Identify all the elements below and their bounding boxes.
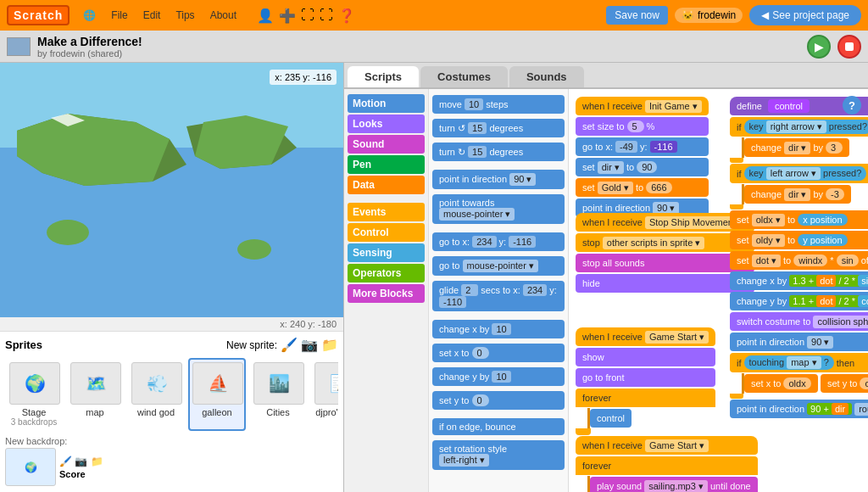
block-if-touching[interactable]: if touching map ? then [730, 353, 868, 372]
block-point-final[interactable]: point in direction 90 + dir round dir [730, 400, 868, 418]
block-rotation[interactable]: set rotation style left-right [432, 440, 565, 470]
block-switch-costume[interactable]: switch costume to collision sphere [730, 312, 868, 331]
stage-canvas[interactable]: ⛵ x: 235 y: -116 [0, 63, 343, 317]
block-goto[interactable]: go to mouse-pointer [432, 256, 565, 276]
tab-costumes[interactable]: Costumes [420, 66, 508, 87]
block-set-size[interactable]: set size to 5 % [576, 117, 709, 136]
new-sprite-area: New sprite: 🖌️ 📷 📁 [226, 337, 338, 353]
menu-file[interactable]: 🌐 [76, 6, 103, 25]
cat-events[interactable]: Events [348, 203, 425, 221]
sprite-item-djpro[interactable]: 📝 djpro's Te... [310, 358, 338, 431]
block-change-x[interactable]: change x by 10 [432, 320, 565, 338]
block-change-dir-left[interactable]: change dir by -3 [744, 185, 851, 204]
script-group-stop: when I receive Stop Ship Movement stop o… [576, 212, 754, 294]
menu-tips[interactable]: Tips [169, 6, 201, 25]
sprite-item-stage[interactable]: 🌍 Stage 3 backdrops [5, 358, 63, 431]
project-title: Make a Difference! [37, 35, 142, 48]
new-backdrop-section: New backdrop: 🌍 🖌️ 📷 📁 Score [5, 436, 338, 486]
block-set-x-oldx[interactable]: set x to oldx [744, 374, 818, 393]
block-goto-front[interactable]: go to front [576, 368, 715, 387]
block-play-sound[interactable]: play sound sailing.mp3 until done [590, 477, 758, 492]
green-flag-button[interactable]: ▶ [807, 35, 831, 59]
see-project-button[interactable]: ◀ See project page [749, 5, 861, 25]
tab-sounds[interactable]: Sounds [509, 66, 584, 87]
block-stop-scripts[interactable]: stop other scripts in sprite [576, 233, 754, 252]
fullscreen2-icon: ⛶ [320, 8, 333, 23]
sprite-thumb-djpro: 📝 [314, 362, 338, 405]
stop-button[interactable] [837, 35, 861, 59]
block-show[interactable]: show [576, 348, 715, 366]
new-sprite-draw-icon[interactable]: 🖌️ [281, 337, 298, 353]
scratch-logo[interactable]: Scratch [7, 5, 70, 25]
block-change-x-dot[interactable]: change x by 1.3 + dot / 2 * sin ... [730, 271, 868, 290]
block-set-y[interactable]: set y to 0 [432, 391, 565, 410]
sprite-thumb-galleon: ⛵ [192, 362, 243, 405]
backdrop-thumb[interactable]: 🌍 [5, 448, 56, 486]
block-set-oldx[interactable]: set oldx to x position [730, 210, 868, 229]
block-goto-xy[interactable]: go to x: 234 y: -116 [432, 232, 565, 251]
sprite-item-cities[interactable]: 🏙️ Cities [249, 358, 307, 431]
block-glide[interactable]: glide 2 secs to x: 234 y: -110 [432, 281, 565, 311]
block-change-y[interactable]: change y by 10 [432, 367, 565, 386]
sprite-item-windgod[interactable]: 💨 wind god [127, 358, 185, 431]
user-info[interactable]: 🐱 frodewin [675, 8, 743, 23]
block-set-x[interactable]: set x to 0 [432, 344, 565, 362]
sprite-item-map[interactable]: 🗺️ map [66, 358, 124, 431]
add-icon: ➕ [279, 8, 296, 24]
sprite-item-galleon[interactable]: ⛵ galleon [188, 358, 246, 431]
block-when-init[interactable]: when I receive Init Game [576, 97, 709, 115]
block-turn-right[interactable]: turn ↻ 15 degrees [432, 143, 565, 161]
block-point-dir-90[interactable]: point in direction 90 [730, 333, 868, 351]
scripting-area[interactable]: when I receive Init Game set size to 5 %… [569, 89, 868, 492]
script-group-gamestart1: when I receive Game Start show go to fro… [576, 327, 715, 435]
blocks-area: Motion Looks Sound Pen Data Events Contr… [344, 89, 868, 492]
block-move[interactable]: move 10 steps [432, 95, 565, 114]
editor-panel: Scripts Costumes Sounds Motion Looks Sou… [344, 63, 868, 492]
block-set-gold[interactable]: set Gold to 666 [576, 178, 709, 197]
save-now-button[interactable]: Save now [606, 6, 668, 25]
tab-scripts[interactable]: Scripts [348, 66, 419, 87]
block-when-gamestart1[interactable]: when I receive Game Start [576, 327, 715, 346]
new-sprite-label: New sprite: [226, 339, 277, 351]
menu-file-label[interactable]: File [104, 6, 134, 25]
block-set-dot[interactable]: set dot to windx * sin of dir + [730, 251, 868, 270]
cat-control[interactable]: Control [348, 223, 425, 242]
block-set-dir[interactable]: set dir to 90 [576, 158, 709, 176]
block-turn-left[interactable]: turn ↺ 15 degrees [432, 119, 565, 137]
cat-motion[interactable]: Motion [348, 94, 425, 113]
block-point-towards[interactable]: point towards mouse-pointer [432, 194, 565, 224]
cat-more[interactable]: More Blocks [348, 284, 425, 303]
sprite-name-windgod: wind god [131, 407, 181, 417]
menu-edit[interactable]: Edit [136, 6, 168, 25]
block-when-gamestart2[interactable]: when I receive Game Start [576, 436, 758, 455]
block-when-stop[interactable]: when I receive Stop Ship Movement [576, 213, 754, 232]
menu-about[interactable]: About [203, 6, 243, 25]
help-button[interactable]: ? [843, 96, 861, 115]
project-thumbnail [7, 37, 31, 56]
block-if-left[interactable]: if key left arrow pressed? then [730, 164, 868, 183]
cat-data[interactable]: Data [348, 176, 425, 194]
cat-operators[interactable]: Operators [348, 264, 425, 282]
block-change-y-dot[interactable]: change y by 1.1 + dot / 2 * cos ... [730, 292, 868, 310]
sprite-name-stage: Stage [9, 407, 58, 417]
cat-sound[interactable]: Sound [348, 135, 425, 154]
block-forever2[interactable]: forever [576, 456, 758, 475]
block-if-right[interactable]: if key right arrow pressed? then [730, 117, 868, 137]
block-control-call[interactable]: control [590, 409, 632, 428]
script-stack-gamestart1: when I receive Game Start show go to fro… [576, 327, 715, 435]
cat-looks[interactable]: Looks [348, 115, 425, 133]
block-hide[interactable]: hide [576, 274, 754, 293]
block-forever1[interactable]: forever [576, 389, 715, 407]
block-set-y-oldy[interactable]: set y to oldy [821, 374, 868, 393]
cat-sensing[interactable]: Sensing [348, 243, 425, 262]
block-set-oldy[interactable]: set oldy to y position [730, 231, 868, 249]
new-sprite-camera-icon[interactable]: 📷 [301, 337, 318, 353]
blocks-categories: Motion Looks Sound Pen Data Events Contr… [344, 89, 429, 492]
new-sprite-upload-icon[interactable]: 📁 [321, 337, 338, 353]
block-goto-init[interactable]: go to x: -49 y: -116 [576, 137, 709, 156]
block-change-dir-right[interactable]: change dir by 3 [744, 138, 849, 157]
block-stop-sounds[interactable]: stop all sounds [576, 254, 754, 272]
block-bounce[interactable]: if on edge, bounce [432, 418, 565, 435]
block-point-dir[interactable]: point in direction 90 [432, 170, 565, 189]
cat-pen[interactable]: Pen [348, 155, 425, 174]
